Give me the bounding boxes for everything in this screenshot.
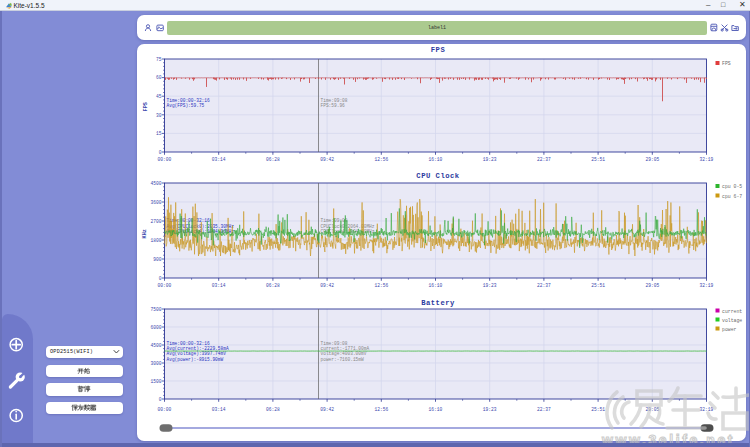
svg-text:03:14: 03:14: [212, 407, 226, 412]
svg-text:power:-7160.15mW: power:-7160.15mW: [321, 357, 365, 362]
svg-text:16:10: 16:10: [429, 157, 443, 162]
svg-text:FPS: FPS: [431, 46, 446, 54]
svg-text:32:19: 32:19: [700, 283, 714, 288]
svg-text:KHz: KHz: [142, 229, 148, 238]
svg-text:FPS: FPS: [722, 61, 731, 66]
svg-text:current: current: [722, 309, 742, 314]
svg-text:19:23: 19:23: [483, 283, 497, 288]
svg-text:7500: 7500: [150, 307, 161, 312]
svg-text:3600: 3600: [150, 200, 161, 205]
svg-text:09:42: 09:42: [320, 407, 334, 412]
svg-text:29:05: 29:05: [645, 157, 659, 162]
svg-text:current:-1771.00mA: current:-1771.00mA: [321, 346, 370, 351]
svg-text:Avg(power):-8915.90mW: Avg(power):-8915.90mW: [167, 357, 224, 362]
svg-text:19:23: 19:23: [483, 407, 497, 412]
svg-text:45: 45: [156, 94, 162, 99]
svg-text:Avg(current):-2229.58mA: Avg(current):-2229.58mA: [167, 346, 229, 351]
svg-text:CPU Clock: CPU Clock: [416, 172, 460, 180]
svg-text:2700: 2700: [150, 219, 161, 224]
svg-text:03:14: 03:14: [212, 157, 226, 162]
svg-text:22:37: 22:37: [537, 157, 551, 162]
svg-text:03:14: 03:14: [212, 283, 226, 288]
svg-text:4500: 4500: [150, 181, 161, 186]
svg-text:30: 30: [156, 113, 162, 118]
svg-text:cpu 0-5: cpu 0-5: [722, 184, 742, 189]
svg-text:75: 75: [156, 57, 162, 62]
svg-text:15: 15: [156, 131, 162, 136]
svg-text:Battery: Battery: [421, 299, 455, 307]
svg-text:32:19: 32:19: [700, 157, 714, 162]
svg-text:900: 900: [153, 257, 162, 262]
svg-text:00:00: 00:00: [158, 283, 172, 288]
svg-text:09:42: 09:42: [320, 157, 334, 162]
svg-text:1500: 1500: [150, 379, 161, 384]
svg-text:0: 0: [159, 150, 162, 155]
svg-text:06:28: 06:28: [266, 283, 280, 288]
svg-text:cpu 6-7: cpu 6-7: [722, 194, 742, 199]
svg-text:60: 60: [156, 75, 162, 80]
svg-text:06:28: 06:28: [266, 157, 280, 162]
svg-text:19:23: 19:23: [483, 157, 497, 162]
svg-text:1800: 1800: [150, 238, 161, 243]
svg-text:25:51: 25:51: [591, 157, 605, 162]
svg-text:Time:00:00-32:16: Time:00:00-32:16: [167, 218, 211, 223]
svg-text:0: 0: [159, 276, 162, 281]
svg-text:06:28: 06:28: [266, 407, 280, 412]
svg-text:Avg(FPS):59.75: Avg(FPS):59.75: [167, 103, 205, 108]
svg-text:FPS: FPS: [143, 102, 149, 111]
svg-text:12:56: 12:56: [374, 407, 388, 412]
svg-text:FPS:59.96: FPS:59.96: [321, 103, 346, 108]
svg-text:25:51: 25:51: [591, 283, 605, 288]
svg-text:Avg(CPUClock0):2035.30MHz: Avg(CPUClock0):2035.30MHz: [167, 224, 235, 229]
svg-text:00:00: 00:00: [158, 157, 172, 162]
svg-text:12:56: 12:56: [374, 157, 388, 162]
svg-text:CPUClock0:2064.00MHz: CPUClock0:2064.00MHz: [321, 224, 375, 229]
svg-text:25:51: 25:51: [591, 407, 605, 412]
svg-text:00:00: 00:00: [158, 407, 172, 412]
svg-text:29:05: 29:05: [645, 283, 659, 288]
svg-text:voltage: voltage: [722, 318, 742, 323]
svg-text:32:19: 32:19: [700, 407, 714, 412]
svg-text:12:56: 12:56: [374, 283, 388, 288]
svg-text:0: 0: [159, 397, 162, 402]
svg-text:09:42: 09:42: [320, 283, 334, 288]
svg-text:22:37: 22:37: [537, 283, 551, 288]
svg-text:6000: 6000: [150, 325, 161, 330]
svg-text:16:10: 16:10: [429, 407, 443, 412]
svg-text:16:10: 16:10: [429, 283, 443, 288]
svg-text:4500: 4500: [150, 343, 161, 348]
svg-text:3000: 3000: [150, 361, 161, 366]
svg-text:22:37: 22:37: [537, 407, 551, 412]
svg-text:power: power: [722, 327, 737, 332]
